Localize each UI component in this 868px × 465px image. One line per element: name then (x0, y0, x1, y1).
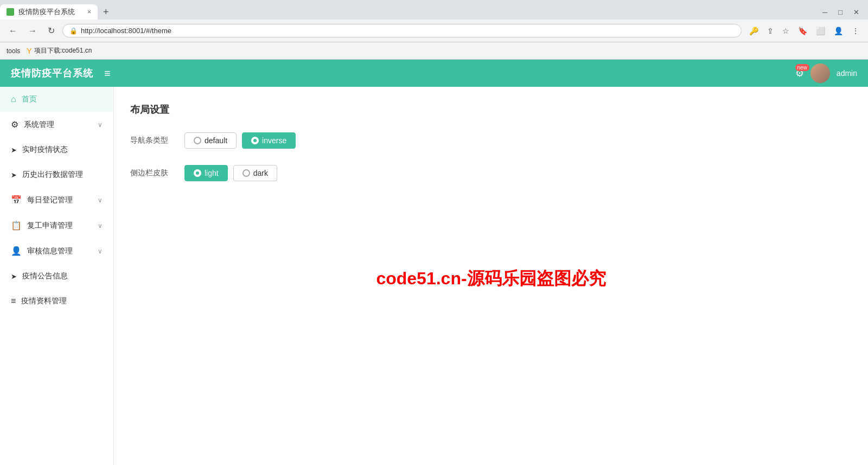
history-icon: ➤ (11, 171, 17, 179)
nav-default-radio-dot (194, 137, 201, 144)
sidebar-item-realtime-label: 实时疫情状态 (22, 145, 103, 155)
tab-favicon (7, 8, 14, 16)
tab-close-button[interactable]: × (87, 8, 91, 16)
sidebar-item-system-label: 系统管理 (24, 120, 92, 130)
nav-type-label: 导航条类型 (130, 136, 184, 145)
sidebar-item-daily-label: 每日登记管理 (27, 195, 92, 205)
lock-icon: 🔒 (69, 27, 78, 35)
sidebar-item-data-label: 疫情资料管理 (21, 296, 103, 306)
sidebar-skin-label: 侧边栏皮肤 (130, 168, 184, 178)
sidebar-item-resume-label: 复工申请管理 (27, 221, 92, 231)
more-button[interactable]: ⋮ (848, 24, 863, 37)
notice-icon: ➤ (11, 272, 17, 281)
forward-button[interactable]: → (25, 24, 40, 38)
skin-dark-option[interactable]: dark (233, 165, 277, 181)
menu-toggle-button[interactable]: ≡ (104, 67, 111, 80)
refresh-button[interactable]: ↻ (44, 23, 58, 38)
sidebar-item-realtime[interactable]: ➤ 实时疫情状态 (0, 137, 113, 162)
username-label: admin (837, 69, 857, 78)
app-wrapper: 疫情防疫平台系统 ≡ ⚙ new admin ⌂ 首页 ⚙ 系统管理 ∨ (0, 60, 868, 465)
new-tab-button[interactable]: + (98, 4, 114, 20)
content-area: 布局设置 导航条类型 default inverse (114, 87, 868, 465)
realtime-icon: ➤ (11, 146, 17, 154)
sidebar-item-resume[interactable]: 📋 复工申请管理 ∨ (0, 213, 113, 238)
skin-light-radio-dot (194, 169, 201, 177)
nav-inverse-radio-dot (251, 137, 259, 144)
avatar-image (810, 63, 830, 83)
resume-icon: 📋 (11, 220, 22, 231)
profile-button[interactable]: 👤 (831, 24, 846, 37)
split-button[interactable]: ⬜ (813, 24, 828, 37)
close-window-button[interactable]: ✕ (849, 7, 864, 17)
watermark-area: code51.cn-源码乐园盗图必究 (130, 198, 852, 360)
bookmark-tools-label: tools (7, 47, 20, 55)
tab-title: 疫情防疫平台系统 (18, 7, 75, 17)
back-button[interactable]: ← (5, 24, 21, 38)
bookmark-button[interactable]: ☆ (779, 24, 793, 37)
share-button[interactable]: ⇪ (764, 24, 777, 37)
system-icon: ⚙ (11, 119, 18, 130)
watermark-text: code51.cn-源码乐园盗图必究 (376, 267, 605, 291)
new-badge: new (795, 64, 809, 71)
sidebar-skin-row: 侧边栏皮肤 light dark (130, 165, 852, 181)
app-header: 疫情防疫平台系统 ≡ ⚙ new admin (0, 60, 868, 87)
browser-nav-bar: ← → ↻ 🔒 http://localhost:8001/#/theme 🔑 … (0, 20, 868, 42)
sidebar-item-audit[interactable]: 👤 审核信息管理 ∨ (0, 238, 113, 264)
skin-dark-label: dark (253, 169, 268, 177)
bookmark-icon: Y (27, 47, 31, 55)
settings-icon-button[interactable]: ⚙ new (795, 67, 804, 79)
chevron-down-icon: ∨ (98, 121, 103, 129)
bookmark-code51-label: 项目下载:code51.cn (34, 46, 92, 55)
bookmark-tools[interactable]: tools (7, 47, 20, 55)
nav-type-row: 导航条类型 default inverse (130, 132, 852, 149)
tab-bar: 疫情防疫平台系统 × + ─ □ ✕ (0, 0, 868, 20)
skin-light-label: light (205, 169, 219, 177)
app-body: ⌂ 首页 ⚙ 系统管理 ∨ ➤ 实时疫情状态 ➤ 历史出行数据管理 📅 每日登记… (0, 87, 868, 465)
minimize-button[interactable]: ─ (818, 7, 832, 17)
password-button[interactable]: 🔑 (746, 24, 762, 37)
sidebar-item-data[interactable]: ≡ 疫情资料管理 (0, 289, 113, 314)
audit-icon: 👤 (11, 246, 22, 256)
browser-chrome: 疫情防疫平台系统 × + ─ □ ✕ ← → ↻ 🔒 http://localh… (0, 0, 868, 60)
bookmark-code51[interactable]: Y 项目下载:code51.cn (27, 46, 92, 55)
address-bar[interactable]: 🔒 http://localhost:8001/#/theme (62, 24, 742, 37)
sidebar-item-notice-label: 疫情公告信息 (22, 271, 103, 281)
nav-default-label: default (205, 136, 227, 145)
sidebar-skin-radio-group: light dark (184, 165, 277, 181)
skin-dark-radio-dot (242, 169, 250, 177)
skin-light-option[interactable]: light (184, 165, 228, 181)
browser-tab-active[interactable]: 疫情防疫平台系统 × (0, 4, 98, 20)
chevron-down-icon-daily: ∨ (98, 196, 103, 204)
browser-nav-actions: 🔑 ⇪ ☆ 🔖 ⬜ 👤 ⋮ (746, 24, 863, 37)
daily-icon: 📅 (11, 195, 22, 205)
maximize-button[interactable]: □ (834, 7, 847, 17)
page-title: 布局设置 (130, 103, 852, 116)
home-icon: ⌂ (11, 94, 16, 104)
avatar[interactable] (810, 63, 830, 83)
sidebar-item-home[interactable]: ⌂ 首页 (0, 87, 113, 112)
nav-type-radio-group: default inverse (184, 132, 296, 149)
chevron-down-icon-resume: ∨ (98, 222, 103, 230)
content-wrapper: 布局设置 导航条类型 default inverse (130, 103, 852, 360)
sidebar-item-history-label: 历史出行数据管理 (22, 170, 103, 180)
extensions-button[interactable]: 🔖 (795, 24, 810, 37)
nav-default-option[interactable]: default (184, 132, 237, 149)
header-right: ⚙ new admin (795, 63, 857, 83)
sidebar-item-notice[interactable]: ➤ 疫情公告信息 (0, 264, 113, 289)
app-logo: 疫情防疫平台系统 (11, 67, 93, 80)
chevron-down-icon-audit: ∨ (98, 247, 103, 255)
sidebar: ⌂ 首页 ⚙ 系统管理 ∨ ➤ 实时疫情状态 ➤ 历史出行数据管理 📅 每日登记… (0, 87, 114, 465)
url-text: http://localhost:8001/#/theme (81, 27, 171, 35)
sidebar-item-audit-label: 审核信息管理 (27, 246, 92, 256)
nav-inverse-label: inverse (262, 136, 286, 145)
nav-inverse-option[interactable]: inverse (242, 132, 296, 149)
bookmark-bar: tools Y 项目下载:code51.cn (0, 42, 868, 60)
sidebar-item-history[interactable]: ➤ 历史出行数据管理 (0, 162, 113, 187)
sidebar-item-system[interactable]: ⚙ 系统管理 ∨ (0, 112, 113, 137)
sidebar-item-home-label: 首页 (22, 94, 103, 104)
data-icon: ≡ (11, 296, 16, 306)
sidebar-item-daily[interactable]: 📅 每日登记管理 ∨ (0, 187, 113, 213)
